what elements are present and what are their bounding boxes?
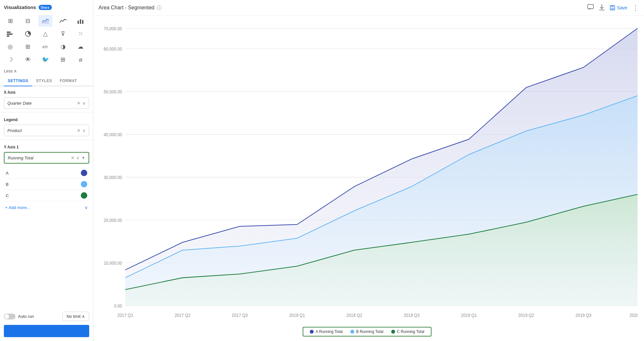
chart-icon-word[interactable]: ☽	[3, 54, 17, 65]
y-axis-field-value: Running Total	[8, 156, 33, 160]
y-axis-field-pill[interactable]: Running Total ✕ ∨ ✦	[4, 152, 89, 164]
chart-icon-map[interactable]: ◎	[3, 41, 17, 52]
tab-format[interactable]: FORMAT	[56, 76, 81, 86]
chart-icon-tile[interactable]: ⊞	[21, 41, 35, 52]
legend-item-a: A	[4, 167, 89, 179]
chart-svg: 0.00 10,000.00 20,000.00 30,000.00 40,00…	[97, 19, 638, 324]
legend-dot-c	[391, 330, 395, 334]
x-axis-field-pill[interactable]: Quarter Date ✕ ∨	[4, 97, 89, 109]
x-axis-clear-icon[interactable]: ✕	[77, 101, 80, 106]
svg-rect-3	[82, 20, 83, 24]
svg-text:2019 Q1: 2019 Q1	[461, 312, 477, 318]
chart-icon-bar[interactable]	[73, 15, 88, 27]
x-axis-field-value: Quarter Date	[7, 101, 32, 106]
run-button[interactable]	[4, 325, 89, 337]
legend-clear-icon[interactable]: ✕	[77, 128, 80, 133]
svg-text:50,000.00: 50,000.00	[104, 89, 122, 94]
chart-title-group: Area Chart - Segmented ⓘ	[99, 5, 162, 11]
chart-icon-funnel[interactable]: ⊽	[56, 28, 70, 40]
svg-text:2019 Q2: 2019 Q2	[518, 312, 534, 318]
chart-icon-extra[interactable]: ⌀	[73, 54, 88, 65]
legend-dot-a	[310, 330, 314, 334]
legend-expand-icon[interactable]: ∨	[82, 128, 86, 133]
auto-run-switch[interactable]	[4, 314, 15, 319]
chart-icon-waterfall[interactable]: ☁	[73, 41, 88, 52]
info-icon[interactable]: ⓘ	[157, 5, 162, 11]
svg-rect-1	[78, 21, 79, 24]
legend-field-value: Product	[7, 128, 22, 133]
svg-text:2018 Q2: 2018 Q2	[346, 312, 362, 318]
x-axis-expand-icon[interactable]: ∨	[82, 101, 86, 106]
chart-icon-kpi[interactable]: KPI	[38, 41, 52, 52]
chart-icon-bar-h[interactable]	[3, 28, 17, 40]
svg-text:70,000.00: 70,000.00	[104, 26, 122, 31]
legend-item-c-label: C	[6, 193, 9, 198]
overflow-menu-icon[interactable]: ⋮	[632, 4, 639, 12]
tab-settings[interactable]: SETTINGS	[4, 76, 32, 86]
sidebar-title: Visualizations	[4, 5, 36, 10]
chart-icon-area[interactable]	[38, 15, 52, 27]
docs-badge[interactable]: Docs	[39, 5, 52, 10]
chart-icon-scatter[interactable]: ⁙	[73, 28, 88, 40]
tab-styles[interactable]: STYLES	[32, 76, 56, 86]
svg-text:40,000.00: 40,000.00	[104, 132, 122, 137]
svg-text:2019 Q3: 2019 Q3	[575, 312, 591, 318]
legend-item-c-dot[interactable]	[81, 192, 87, 199]
legend-item-a-dot[interactable]	[81, 170, 87, 176]
chart-container: 0.00 10,000.00 20,000.00 30,000.00 40,00…	[93, 16, 644, 341]
chart-icon-table[interactable]: ⊟	[21, 15, 35, 27]
legend-item-c: C	[4, 190, 89, 201]
chart-icon-gauge[interactable]: ◑	[56, 41, 70, 52]
comment-icon[interactable]	[587, 4, 594, 11]
sidebar-header: Visualizations Docs	[0, 0, 93, 13]
chart-icon-bird[interactable]: 🐦	[38, 54, 52, 65]
legend-entry-a: A Running Total	[310, 329, 343, 334]
chevron-up-icon: ∧	[14, 69, 17, 73]
y-axis-clear-icon[interactable]: ✕	[71, 156, 74, 160]
legend-item-b-label: B	[6, 182, 9, 187]
main-area: Area Chart - Segmented ⓘ Save ⋮ 0.00 10,	[93, 0, 644, 341]
auto-run-toggle: Auto run	[4, 314, 34, 319]
add-more-label: + Add more...	[5, 205, 30, 210]
sidebar: Visualizations Docs ⊞ ⊟ △ ⊽ ⁙ ◎ ⊞ KPI ◑ …	[0, 0, 93, 341]
add-more-button[interactable]: + Add more... ∨	[0, 203, 93, 213]
svg-rect-13	[611, 5, 614, 7]
svg-text:2017 Q2: 2017 Q2	[175, 312, 190, 318]
svg-rect-9	[588, 5, 593, 9]
legend-item-b-dot[interactable]	[81, 181, 87, 187]
svg-text:20,000.00: 20,000.00	[104, 217, 122, 223]
no-limit-button[interactable]: No limit ∧	[62, 312, 89, 321]
y-axis-expand-icon[interactable]: ∨	[76, 156, 80, 160]
svg-text:KPI: KPI	[43, 45, 48, 49]
svg-rect-5	[7, 33, 13, 35]
less-button[interactable]: Less ∧	[0, 67, 93, 76]
save-label: Save	[617, 5, 627, 10]
chart-icon-line[interactable]	[56, 15, 70, 27]
download-icon[interactable]	[599, 4, 605, 12]
y-axis-pin-icon[interactable]: ✦	[81, 155, 85, 160]
no-limit-label: No limit	[67, 314, 80, 319]
legend-field-pill[interactable]: Product ✕ ∨	[4, 125, 89, 136]
svg-marker-0	[42, 19, 49, 24]
settings-tabs: SETTINGS STYLES FORMAT	[0, 76, 93, 86]
svg-text:2018 Q3: 2018 Q3	[404, 312, 420, 318]
auto-run-label: Auto run	[18, 314, 34, 319]
chart-svg-wrapper: 0.00 10,000.00 20,000.00 30,000.00 40,00…	[97, 19, 638, 324]
chart-icon-grid2[interactable]: ⊞	[56, 54, 70, 65]
save-button[interactable]: Save	[610, 5, 627, 10]
svg-text:0.00: 0.00	[114, 303, 122, 308]
svg-rect-4	[7, 32, 11, 33]
legend-items-list: A B C	[0, 166, 93, 203]
chart-icon-pie[interactable]	[21, 28, 35, 40]
chart-icon-eye[interactable]: 👁	[21, 54, 35, 65]
chart-icon-grid[interactable]: ⊞	[3, 15, 17, 27]
legend-entry-b: B Running Total	[350, 329, 384, 334]
svg-text:30,000.00: 30,000.00	[104, 175, 122, 180]
svg-text:2018 Q1: 2018 Q1	[289, 312, 305, 318]
chart-icon-triangle[interactable]: △	[38, 28, 52, 40]
chart-legend: A Running Total B Running Total C Runnin…	[303, 327, 431, 336]
y-axis-section: Y Axis 1 Running Total ✕ ∨ ✦	[0, 141, 93, 166]
legend-label: Legend	[4, 118, 89, 122]
legend-entry-c-label: C Running Total	[397, 329, 424, 334]
legend-entry-a-label: A Running Total	[316, 329, 343, 334]
